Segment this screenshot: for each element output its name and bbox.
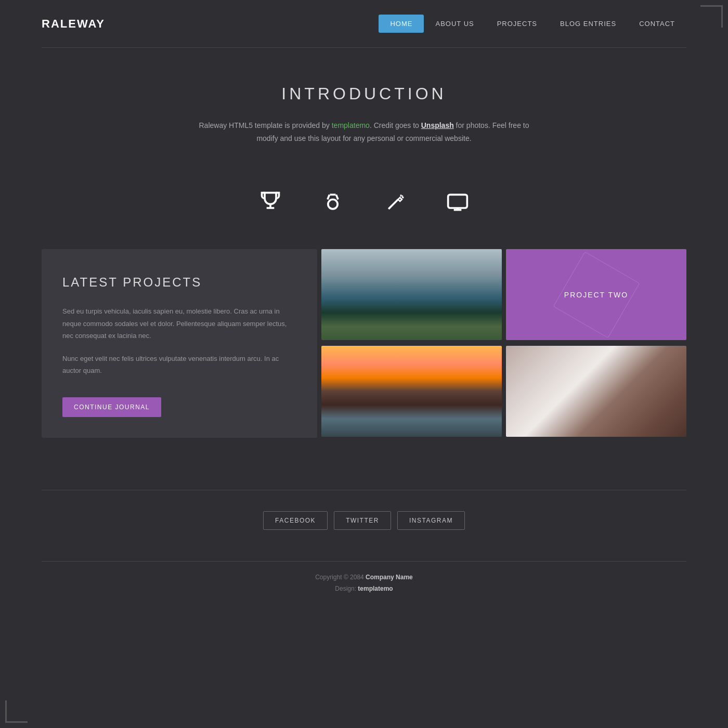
left-panel: LATEST PROJECTS Sed eu turpis vehicula, … [42, 249, 317, 438]
footer-design-link[interactable]: templatemo [358, 585, 393, 592]
social-buttons: FACEBOOK TWITTER INSTAGRAM [42, 511, 686, 530]
wand-icon [380, 187, 411, 218]
nav-projects[interactable]: PROJECTS [486, 15, 549, 33]
social-section: FACEBOOK TWITTER INSTAGRAM [0, 469, 728, 551]
svg-line-6 [402, 196, 403, 197]
main-nav: HOME ABOUT US PROJECTS BLOG ENTRIES CONT… [379, 15, 686, 33]
trophy-icon [255, 187, 286, 218]
templatemo-link[interactable]: templatemo [332, 121, 370, 129]
project-image-coast[interactable] [321, 346, 502, 437]
projects-para1: Sed eu turpis vehicula, iaculis sapien e… [62, 305, 296, 342]
intro-title: INTRODUCTION [42, 84, 686, 103]
icons-row [0, 171, 728, 249]
nav-contact[interactable]: CONTACT [628, 15, 686, 33]
project-two-label: PROJECT TWO [564, 291, 628, 299]
project-image-desk[interactable] [506, 346, 686, 437]
footer-text: Copyright © 2084 Company Name Design: te… [42, 572, 686, 594]
project-image-mountains[interactable] [321, 249, 502, 340]
social-divider [42, 490, 686, 490]
project-two-block[interactable]: PROJECT TWO [506, 249, 686, 340]
footer-brand: Company Name [366, 574, 413, 581]
projects-title: LATEST PROJECTS [62, 275, 296, 290]
logo: RALEWAY [42, 17, 105, 31]
projects-para2: Nunc eget velit nec felis ultrices vulpu… [62, 353, 296, 377]
instagram-button[interactable]: INSTAGRAM [397, 511, 465, 530]
monitor-icon [442, 187, 473, 218]
medal-icon [317, 187, 348, 218]
svg-point-2 [328, 200, 337, 209]
projects-grid: PROJECT TWO [321, 249, 686, 438]
continue-journal-button[interactable]: CONTINUE JOURNAL [62, 397, 161, 417]
twitter-button[interactable]: TWITTER [334, 511, 391, 530]
intro-section: INTRODUCTION Raleway HTML5 template is p… [0, 48, 728, 171]
intro-paragraph: Raleway HTML5 template is provided by te… [187, 119, 541, 145]
svg-line-3 [388, 200, 398, 209]
nav-blog[interactable]: BLOG ENTRIES [549, 15, 628, 33]
nav-about[interactable]: ABOUT US [424, 15, 485, 33]
svg-rect-7 [448, 195, 467, 209]
nav-home[interactable]: HOME [379, 15, 424, 33]
footer-divider [42, 561, 686, 562]
footer: Copyright © 2084 Company Name Design: te… [0, 551, 728, 615]
facebook-button[interactable]: FACEBOOK [263, 511, 328, 530]
main-content: LATEST PROJECTS Sed eu turpis vehicula, … [0, 249, 728, 469]
unsplash-link: Unsplash [421, 121, 454, 129]
